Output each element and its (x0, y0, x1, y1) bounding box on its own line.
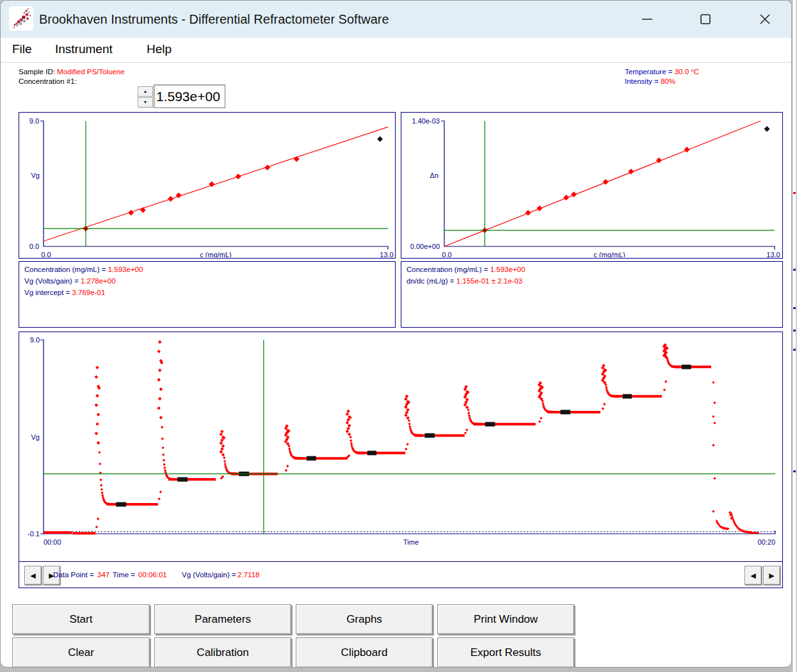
print-window-button[interactable]: Print Window (437, 604, 574, 634)
triangle-down-icon: ▼ (143, 100, 148, 104)
parameters-button[interactable]: Parameters (154, 604, 291, 634)
data-point-label: Data Point = (53, 562, 94, 588)
start-button[interactable]: Start (12, 604, 150, 634)
temperature-line: Temperature = 30.0 °C (625, 68, 699, 76)
menu-bar: File Instrument Help (1, 38, 791, 63)
prev-data-point-button-right[interactable]: ◀ (745, 566, 762, 585)
intensity-label: Intensity = (625, 77, 661, 85)
vg-value: 2.7118 (237, 562, 259, 588)
concentration-spinner: ▲ ▼ (138, 86, 153, 108)
close-button[interactable] (749, 1, 781, 38)
svg-text:13.0: 13.0 (766, 251, 780, 257)
svg-text:0.0: 0.0 (29, 243, 39, 250)
svg-text:c (mg/mL): c (mg/mL) (200, 251, 232, 257)
vg-vs-time-chart[interactable]: 9.0-0.100:0000:20TimeVg (19, 332, 782, 561)
svg-text:1.40e-03: 1.40e-03 (412, 117, 440, 125)
concentration-input[interactable] (154, 84, 225, 108)
svg-text:0.00e+00: 0.00e+00 (410, 243, 440, 250)
sample-id-value: Modified PS/Toluene (57, 68, 124, 76)
svg-text:Vg: Vg (31, 433, 40, 441)
vg-label: Vg (Volts/gain) = (182, 562, 236, 588)
arrow-right-icon: ▶ (769, 572, 774, 579)
dn-vs-concentration-chart[interactable]: 1.40e-030.00e+000.013.0c (mg/mL)Δn (401, 112, 783, 259)
export-results-button[interactable]: Export Results (437, 637, 574, 668)
title-bar: Brookhaven Instruments - Differential Re… (1, 1, 791, 38)
clipboard-button[interactable]: Clipboard (296, 637, 433, 668)
clear-button[interactable]: Clear (12, 637, 150, 668)
sample-id-label: Sample ID: (19, 68, 57, 76)
svg-text:00:00: 00:00 (44, 538, 61, 546)
svg-text:0.0: 0.0 (41, 251, 51, 257)
minimize-button[interactable] (631, 1, 663, 38)
svg-text:9.0: 9.0 (29, 117, 39, 125)
vg-results-panel: Concentration (mg/mL) = 1.593e+00 Vg (Vo… (19, 261, 396, 328)
data-point-value: 347 (97, 562, 109, 588)
arrow-left-icon: ◀ (750, 572, 755, 579)
dndc-results-panel: Concentration (mg/mL) = 1.593e+00 dn/dc … (401, 261, 783, 328)
window-title: Brookhaven Instruments - Differential Re… (39, 1, 389, 38)
app-logo-icon (9, 6, 33, 31)
svg-text:Time: Time (403, 538, 419, 546)
time-value: 00:06:01 (138, 562, 167, 588)
result-line: Vg intercept = 3.769e-01 (24, 289, 395, 296)
minimize-icon (640, 12, 654, 26)
close-icon (758, 12, 772, 26)
menu-item-help[interactable]: Help (144, 38, 174, 62)
data-point-status-bar: ◀ ▶ ◀ ▶ Data Point = 347 Time = 00:06:01… (19, 561, 782, 588)
maximize-button[interactable] (689, 1, 721, 38)
spinner-down-button[interactable]: ▼ (138, 97, 153, 108)
concentration-line: Concentration #1: (19, 77, 77, 85)
svg-text:13.0: 13.0 (380, 251, 393, 257)
svg-text:9.0: 9.0 (30, 336, 40, 344)
arrow-left-icon: ◀ (30, 572, 35, 579)
vg-vs-time-panel: 9.0-0.100:0000:20TimeVg ◀ ▶ ◀ ▶ Data Poi… (19, 332, 783, 588)
triangle-up-icon: ▲ (143, 89, 148, 93)
next-data-point-button-right[interactable]: ▶ (763, 566, 780, 585)
time-label: Time = (113, 562, 135, 588)
svg-text:-0.1: -0.1 (28, 530, 40, 538)
svg-text:Vg: Vg (31, 172, 40, 179)
spinner-up-button[interactable]: ▲ (138, 86, 153, 97)
temperature-value: 30.0 °C (675, 68, 699, 76)
sample-id-line: Sample ID: Modified PS/Toluene (19, 68, 125, 76)
maximize-icon (698, 12, 712, 26)
menu-item-instrument[interactable]: Instrument (52, 38, 115, 62)
svg-text:00:20: 00:20 (757, 538, 775, 546)
svg-text:c (mg/mL): c (mg/mL) (593, 251, 625, 257)
svg-text:0.0: 0.0 (442, 251, 451, 257)
vg-vs-concentration-chart[interactable]: 9.00.00.013.0c (mg/mL)Vg (19, 112, 396, 259)
menu-item-file[interactable]: File (10, 38, 35, 62)
graphs-button[interactable]: Graphs (296, 604, 433, 634)
svg-text:Δn: Δn (430, 172, 439, 179)
intensity-line: Intensity = 80% (625, 77, 675, 85)
prev-data-point-button[interactable]: ◀ (24, 566, 42, 585)
temperature-label: Temperature = (625, 68, 675, 76)
app-window: Brookhaven Instruments - Differential Re… (0, 0, 792, 668)
result-line: Concentration (mg/mL) = 1.593e+00 (407, 266, 782, 273)
calibration-button[interactable]: Calibration (154, 637, 291, 668)
background-window-edge (792, 0, 797, 672)
concentration-label: Concentration #1: (19, 77, 77, 85)
intensity-value: 80% (661, 77, 675, 85)
result-line: Concentration (mg/mL) = 1.593e+00 (24, 266, 395, 273)
result-line: dn/dc (mL/g) = 1.155e-01 ± 2.1e-03 (407, 277, 782, 285)
result-line: Vg (Volts/gain) = 1.278e+00 (24, 277, 395, 285)
